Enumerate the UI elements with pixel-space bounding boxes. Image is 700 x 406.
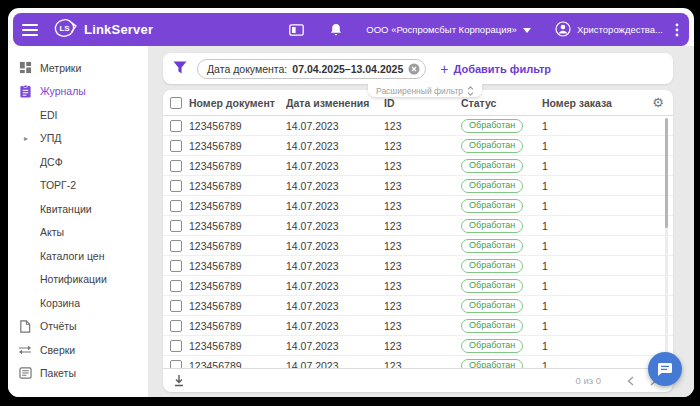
table-row[interactable]: 12345678914.07.2023123Обработан1	[163, 296, 673, 316]
table-row[interactable]: 12345678914.07.2023123Обработан1	[163, 336, 673, 356]
dashboard-icon	[18, 61, 32, 74]
user-menu[interactable]: Христорождества...	[555, 21, 663, 39]
sidebar-item-reconciliations[interactable]: Сверки	[8, 338, 148, 362]
table-row[interactable]: 12345678914.07.2023123Обработан1	[163, 216, 673, 236]
org-selector[interactable]: ООО «Роспромсбыт Корпорация»	[366, 24, 531, 35]
chip-close-icon[interactable]	[408, 63, 420, 75]
cell-id: 123	[384, 140, 461, 152]
cell-order-number: 1	[542, 280, 643, 292]
row-checkbox[interactable]	[170, 340, 182, 352]
table-row[interactable]: 12345678914.07.2023123Обработан1	[163, 196, 673, 216]
table-settings-gear-icon[interactable]: ⚙	[652, 96, 664, 109]
cell-status: Обработан	[461, 198, 542, 214]
row-checkbox[interactable]	[170, 260, 182, 272]
row-checkbox[interactable]	[170, 140, 182, 152]
chat-fab-button[interactable]	[648, 352, 682, 386]
sidebar-item-packages[interactable]: Пакеты	[8, 362, 148, 386]
row-checkbox[interactable]	[170, 360, 182, 369]
table-row[interactable]: 12345678914.07.2023123Обработан1	[163, 156, 673, 176]
app-window: LS LinkServer ООО «Роспромсбыт Корпораци…	[8, 8, 694, 397]
advanced-filter-toggle[interactable]: Расширенный фильтр	[368, 84, 482, 97]
table-row[interactable]: 12345678914.07.2023123Обработан1	[163, 356, 673, 368]
cell-id: 123	[384, 300, 461, 312]
cell-status: Обработан	[461, 238, 542, 254]
sidebar-item-acts[interactable]: Акты	[8, 221, 148, 245]
cell-status: Обработан	[461, 138, 542, 154]
row-checkbox[interactable]	[170, 300, 182, 312]
column-header: Номер документ	[189, 97, 286, 109]
avatar-icon	[555, 21, 571, 39]
cell-id: 123	[384, 320, 461, 332]
filter-chip-date[interactable]: Дата документа: 07.04.2025–13.04.2025	[197, 59, 426, 79]
sidebar-item-price-catalogs[interactable]: Каталоги цен	[8, 244, 148, 268]
download-icon[interactable]	[173, 374, 185, 387]
sidebar-item-journals[interactable]: Журналы	[8, 80, 148, 104]
column-header: Номер заказа	[542, 97, 643, 109]
cell-status: Обработан	[461, 118, 542, 134]
table-row[interactable]: 12345678914.07.2023123Обработан1	[163, 256, 673, 276]
content-area: Дата документа: 07.04.2025–13.04.2025 + …	[148, 46, 694, 397]
sidebar-item-reports[interactable]: Отчёты	[8, 315, 148, 339]
kebab-menu-icon[interactable]	[675, 23, 679, 37]
status-badge: Обработан	[461, 259, 523, 274]
sidebar-item-label: ДСФ	[40, 156, 63, 168]
filter-funnel-icon	[173, 60, 187, 78]
sidebar-item-metrics[interactable]: Метрики	[8, 56, 148, 80]
table-row[interactable]: 12345678914.07.2023123Обработан1	[163, 136, 673, 156]
row-checkbox[interactable]	[170, 120, 182, 132]
cell-status: Обработан	[461, 338, 542, 354]
select-all-checkbox[interactable]	[170, 97, 182, 109]
row-checkbox[interactable]	[170, 240, 182, 252]
sidebar-item-notifications[interactable]: Нотификации	[8, 268, 148, 292]
sidebar-item-dsf[interactable]: ДСФ	[8, 150, 148, 174]
notifications-bell-icon[interactable]	[330, 23, 342, 37]
logo[interactable]: LS LinkServer	[53, 17, 153, 43]
row-checkbox[interactable]	[170, 200, 182, 212]
row-checkbox[interactable]	[170, 280, 182, 292]
filter-chip-value: 07.04.2025–13.04.2025	[292, 63, 403, 75]
menu-hamburger-icon[interactable]	[22, 24, 38, 36]
row-checkbox[interactable]	[170, 160, 182, 172]
news-panel-icon[interactable]	[289, 24, 304, 36]
add-filter-button[interactable]: + Добавить фильтр	[440, 62, 551, 76]
scrollbar-thumb[interactable]	[665, 118, 668, 228]
cell-modified-date: 14.07.2023	[286, 260, 384, 272]
row-checkbox[interactable]	[170, 180, 182, 192]
sidebar-item-receipts[interactable]: Квитанции	[8, 197, 148, 221]
app-bar: LS LinkServer ООО «Роспромсбыт Корпораци…	[13, 13, 689, 46]
table-row[interactable]: 12345678914.07.2023123Обработан1	[163, 116, 673, 136]
chevron-down-icon	[523, 24, 531, 35]
cell-id: 123	[384, 240, 461, 252]
cell-order-number: 1	[542, 200, 643, 212]
org-name: ООО «Роспромсбыт Корпорация»	[366, 24, 517, 35]
row-checkbox[interactable]	[170, 220, 182, 232]
sidebar-item-upd[interactable]: ▸УПД	[8, 127, 148, 151]
expand-arrow-icon[interactable]: ▸	[24, 134, 28, 143]
cell-order-number: 1	[542, 260, 643, 272]
table-row[interactable]: 12345678914.07.2023123Обработан1	[163, 276, 673, 296]
sidebar-item-label: Журналы	[40, 85, 86, 97]
table-row[interactable]: 12345678914.07.2023123Обработан1	[163, 316, 673, 336]
sidebar-item-edi[interactable]: EDI	[8, 103, 148, 127]
cell-id: 123	[384, 160, 461, 172]
pagination-range: 0 из 0	[575, 375, 601, 386]
packages-icon	[18, 367, 32, 379]
table-footer: 0 из 0	[163, 368, 673, 392]
row-checkbox[interactable]	[170, 320, 182, 332]
cell-order-number: 1	[542, 120, 643, 132]
sidebar-item-trash[interactable]: Корзина	[8, 291, 148, 315]
cell-modified-date: 14.07.2023	[286, 320, 384, 332]
table-row[interactable]: 12345678914.07.2023123Обработан1	[163, 236, 673, 256]
status-badge: Обработан	[461, 139, 523, 154]
cell-order-number: 1	[542, 220, 643, 232]
page-prev-button[interactable]	[619, 376, 642, 386]
sidebar-item-torg2[interactable]: ТОРГ-2	[8, 174, 148, 198]
table-row[interactable]: 12345678914.07.2023123Обработан1	[163, 176, 673, 196]
status-badge: Обработан	[461, 219, 523, 234]
status-badge: Обработан	[461, 339, 523, 354]
cell-modified-date: 14.07.2023	[286, 160, 384, 172]
cell-status: Обработан	[461, 158, 542, 174]
cell-id: 123	[384, 280, 461, 292]
sidebar-item-label: Пакеты	[40, 367, 76, 379]
sidebar-item-label: Сверки	[40, 344, 75, 356]
